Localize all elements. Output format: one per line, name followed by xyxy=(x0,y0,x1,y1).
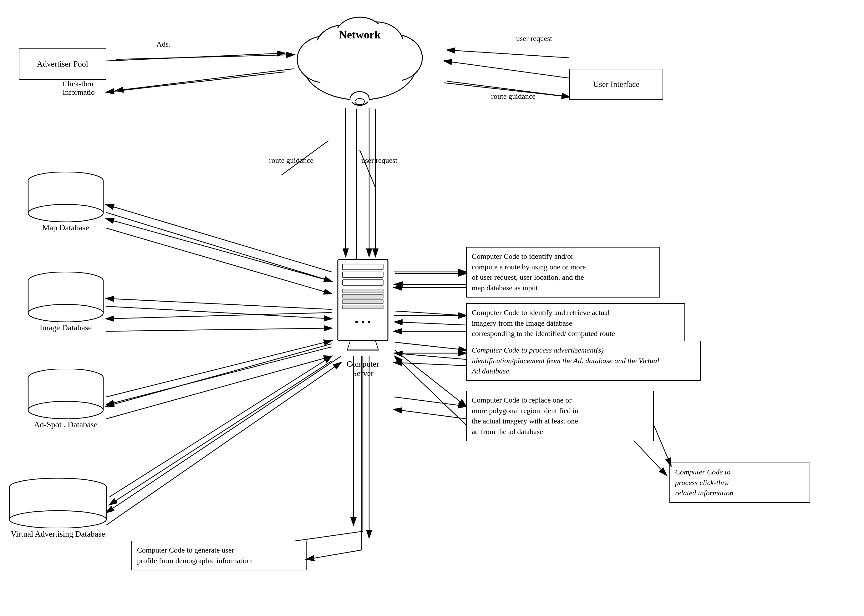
svg-point-44 xyxy=(355,99,364,105)
route-guidance-server-label: route guidance xyxy=(269,156,314,165)
code-box-clickthru-text: Computer Code to process click-thru rela… xyxy=(675,468,733,497)
svg-line-13 xyxy=(106,313,331,319)
user-request-server-label: user request xyxy=(361,156,397,165)
code-box-replace-polygon-text: Computer Code to replace one or more pol… xyxy=(472,396,579,436)
code-box-route-text: Computer Code to identify and/or compute… xyxy=(472,252,586,292)
svg-point-75 xyxy=(355,321,358,323)
svg-line-99 xyxy=(395,322,466,325)
computer-server-label: Computer Server xyxy=(335,360,391,378)
code-box-imagery: Computer Code to identify and retrieve a… xyxy=(466,303,685,344)
computer-server-icon xyxy=(331,256,394,356)
svg-line-91 xyxy=(106,299,331,310)
svg-line-83 xyxy=(106,72,285,92)
svg-line-3 xyxy=(116,55,294,60)
svg-rect-68 xyxy=(342,264,383,270)
code-box-route: Computer Code to identify and/or compute… xyxy=(466,247,660,297)
svg-line-100 xyxy=(395,342,466,350)
network-label: Network xyxy=(319,28,400,41)
code-box-replace-polygon: Computer Code to replace one or more pol… xyxy=(466,391,654,441)
svg-line-95 xyxy=(109,361,331,505)
user-request-top-label: user request xyxy=(516,35,552,43)
route-guidance-top-label: route guidance xyxy=(491,92,536,101)
map-database-label: Map Database xyxy=(25,223,106,233)
svg-line-17 xyxy=(106,356,341,512)
svg-line-98 xyxy=(395,311,466,316)
svg-point-76 xyxy=(362,321,364,323)
image-database-label: Image Database xyxy=(25,323,106,333)
ad-spot-database: Ad-Spot . Database xyxy=(25,369,106,429)
svg-line-4 xyxy=(116,69,294,91)
svg-rect-69 xyxy=(342,272,383,278)
svg-line-102 xyxy=(395,350,466,406)
svg-rect-74 xyxy=(342,305,383,309)
ad-spot-database-label: Ad-Spot . Database xyxy=(25,420,106,429)
svg-line-82 xyxy=(106,53,285,61)
network-cloud xyxy=(282,9,438,109)
code-box-advertisement-text: Computer Code to process advertisement(s… xyxy=(472,346,659,375)
code-box-user-profile-text: Computer Code to generate user profile f… xyxy=(137,546,252,565)
svg-line-12 xyxy=(106,228,331,294)
svg-line-94 xyxy=(109,356,331,497)
image-database: Image Database xyxy=(25,272,106,333)
svg-rect-71 xyxy=(342,289,383,293)
svg-line-89 xyxy=(106,205,331,272)
svg-line-92 xyxy=(106,341,331,397)
advertiser-pool-label: Advertiser Pool xyxy=(37,60,88,69)
svg-line-11 xyxy=(106,219,331,281)
ads-arrow-label: Ads. xyxy=(156,40,170,49)
svg-line-103 xyxy=(395,356,466,425)
svg-point-66 xyxy=(9,511,106,528)
svg-line-14 xyxy=(106,328,331,331)
code-box-advertisement: Computer Code to process advertisement(s… xyxy=(466,341,701,381)
svg-line-106 xyxy=(307,550,361,559)
user-interface-label: User Interface xyxy=(593,80,639,89)
svg-line-15 xyxy=(106,344,331,406)
svg-line-84 xyxy=(444,61,569,78)
svg-line-90 xyxy=(106,306,331,319)
virtual-advertising-database: Virtual Advertising Database xyxy=(6,478,109,539)
svg-line-10 xyxy=(360,150,375,187)
svg-point-51 xyxy=(28,204,103,222)
svg-rect-73 xyxy=(342,300,383,303)
user-interface-box: User Interface xyxy=(569,69,663,100)
svg-line-16 xyxy=(106,356,331,419)
svg-line-101 xyxy=(395,353,466,360)
svg-point-61 xyxy=(28,401,103,419)
code-box-imagery-text: Computer Code to identify and retrieve a… xyxy=(472,308,615,338)
svg-rect-70 xyxy=(342,280,383,285)
diagram: Network Advertiser Pool User Interface A… xyxy=(0,0,864,616)
code-box-user-profile: Computer Code to generate user profile f… xyxy=(131,541,307,570)
svg-line-26 xyxy=(394,409,466,419)
svg-line-104 xyxy=(654,425,671,466)
map-database: Map Database xyxy=(25,172,106,233)
code-box-clickthru: Computer Code to process click-thru rela… xyxy=(669,462,810,503)
svg-line-24 xyxy=(394,363,466,366)
svg-line-93 xyxy=(106,347,331,405)
svg-line-88 xyxy=(106,212,331,281)
svg-line-5 xyxy=(447,50,569,58)
svg-line-25 xyxy=(394,397,466,406)
advertiser-pool-box: Advertiser Pool xyxy=(19,49,106,80)
virtual-advertising-database-label: Virtual Advertising Database xyxy=(6,530,109,539)
click-thru-label: Click-thru Informatio xyxy=(63,80,95,97)
svg-line-18 xyxy=(106,363,341,525)
svg-marker-78 xyxy=(347,341,378,350)
svg-point-56 xyxy=(28,305,103,322)
svg-point-77 xyxy=(368,321,371,323)
svg-rect-72 xyxy=(342,294,383,298)
